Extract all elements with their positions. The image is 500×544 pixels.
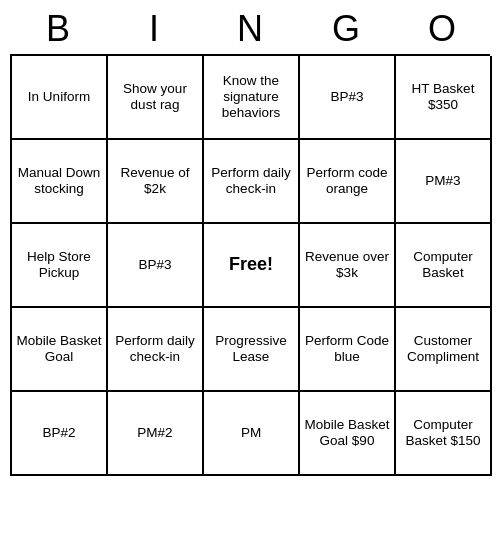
letter-i: I xyxy=(110,8,198,50)
letter-g: G xyxy=(302,8,390,50)
bingo-cell-r2-c4: Perform code orange xyxy=(300,140,396,224)
bingo-cell-r5-c1: BP#2 xyxy=(12,392,108,476)
bingo-cell-r3-c2: BP#3 xyxy=(108,224,204,308)
bingo-cell-r1-c2: Show your dust rag xyxy=(108,56,204,140)
bingo-cell-r5-c4: Mobile Basket Goal $90 xyxy=(300,392,396,476)
letter-b: B xyxy=(14,8,102,50)
bingo-cell-r2-c2: Revenue of $2k xyxy=(108,140,204,224)
bingo-cell-r4-c1: Mobile Basket Goal xyxy=(12,308,108,392)
letter-o: O xyxy=(398,8,486,50)
bingo-cell-r1-c4: BP#3 xyxy=(300,56,396,140)
letter-n: N xyxy=(206,8,294,50)
bingo-cell-r3-c3: Free! xyxy=(204,224,300,308)
bingo-cell-r4-c2: Perform daily check-in xyxy=(108,308,204,392)
bingo-cell-r2-c3: Perform daily check-in xyxy=(204,140,300,224)
bingo-cell-r5-c2: PM#2 xyxy=(108,392,204,476)
bingo-cell-r1-c1: In Uniform xyxy=(12,56,108,140)
bingo-cell-r5-c3: PM xyxy=(204,392,300,476)
bingo-grid: In UniformShow your dust ragKnow the sig… xyxy=(10,54,490,476)
bingo-cell-r3-c5: Computer Basket xyxy=(396,224,492,308)
bingo-cell-r3-c1: Help Store Pickup xyxy=(12,224,108,308)
bingo-cell-r2-c5: PM#3 xyxy=(396,140,492,224)
bingo-cell-r4-c3: Progressive Lease xyxy=(204,308,300,392)
bingo-cell-r5-c5: Computer Basket $150 xyxy=(396,392,492,476)
bingo-title-row: B I N G O xyxy=(10,0,490,54)
bingo-cell-r4-c5: Customer Compliment xyxy=(396,308,492,392)
bingo-cell-r2-c1: Manual Down stocking xyxy=(12,140,108,224)
bingo-cell-r1-c5: HT Basket $350 xyxy=(396,56,492,140)
bingo-cell-r1-c3: Know the signature behaviors xyxy=(204,56,300,140)
bingo-cell-r4-c4: Perform Code blue xyxy=(300,308,396,392)
bingo-cell-r3-c4: Revenue over $3k xyxy=(300,224,396,308)
